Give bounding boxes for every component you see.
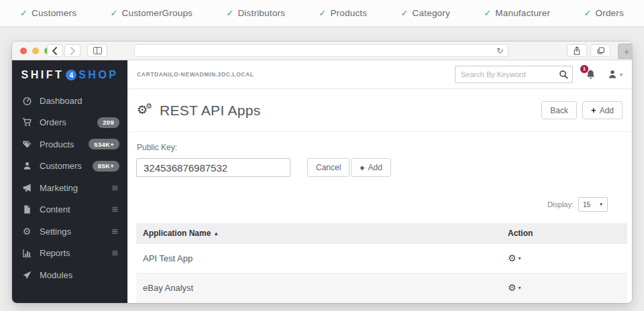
page-title-bar: ⚙⚙ REST API Apps Back +Add [127,89,632,132]
expand-icon[interactable]: ⊞ [112,227,118,236]
sidebar-item-label: Content [40,204,70,214]
check-icon: ✓ [110,8,117,18]
table-header: Application Name ▲ Action [136,223,627,243]
plus-icon: + [624,46,629,57]
search-icon [559,70,568,79]
browser-forward-button[interactable] [64,44,80,57]
chevron-down-icon: ▾ [519,285,521,291]
dashboard-icon [21,95,32,106]
expand-icon[interactable]: ⊞ [112,249,118,257]
browser-back-button[interactable] [47,44,63,57]
close-window-button[interactable] [20,48,27,54]
back-button[interactable]: Back [541,101,577,119]
nav-item-manufacturer[interactable]: ✓Manufacturer [484,8,550,18]
search-input[interactable] [455,70,555,78]
expand-icon[interactable]: ⊞ [112,184,118,192]
search-button[interactable] [555,66,572,82]
display-count-control: Display: 15 ▼ [547,197,608,212]
sidebar-item-content[interactable]: Content ⊞ [12,199,127,221]
sidebar-item-marketing[interactable]: Marketing ⊞ [12,177,127,199]
nav-label: Customers [32,8,76,18]
sidebar-item-settings[interactable]: ⚙ Settings ⊞ [12,221,127,243]
nav-item-products[interactable]: ✓Products [319,8,367,18]
refresh-icon[interactable]: ↻ [496,46,503,56]
check-icon: ✓ [20,8,28,18]
gear-icon: ⚙ [508,283,517,292]
public-key-label: Public Key: [137,143,177,152]
url-bar[interactable]: ↻ [134,44,508,57]
main-area: CARTDANILO-NEWADMIN.3DC.LOCAL 1 ▾ [127,60,632,303]
sidebar-item-label: Settings [40,227,71,237]
admin-header: CARTDANILO-NEWADMIN.3DC.LOCAL 1 ▾ [127,60,632,89]
sidebar-item-dashboard[interactable]: Dashboard [12,90,127,112]
sidebar-item-label: Dashboard [40,96,83,106]
products-count-badge: 534K+ [89,139,119,149]
rocket-icon [21,269,32,280]
cancel-button[interactable]: Cancel [307,158,350,177]
sidebar-item-label: Reports [40,248,70,258]
bar-chart-icon [21,248,32,259]
share-button[interactable] [567,44,587,57]
plus-icon: + [591,105,596,115]
app-name-cell: API Test App [136,253,508,263]
table-row: eBay Analyst ⚙ ▾ [136,273,627,302]
new-tab-button[interactable]: + [618,44,632,59]
cart-icon [21,117,32,128]
tabs-icon [596,46,605,55]
chevron-down-icon: ▾ [620,72,623,78]
apps-table: Application Name ▲ Action API Test App ⚙… [136,223,627,302]
megaphone-icon [21,182,32,193]
chevron-down-icon: ▾ [519,255,521,261]
nav-item-distributors[interactable]: ✓Distributors [226,8,285,18]
sidebar-item-label: Orders [40,117,66,127]
sidebar-item-label: Products [40,139,74,149]
nav-label: Manufacturer [495,8,550,18]
sidebar-item-label: Modules [40,270,72,280]
nav-item-customergroups[interactable]: ✓CustomerGroups [110,8,193,18]
check-icon: ✓ [584,8,591,18]
display-select[interactable]: 15 ▼ [578,197,608,212]
customers-count-badge: 85K+ [93,161,119,172]
select-arrow-icon: ▼ [599,202,603,206]
nav-label: Distributors [237,8,285,18]
sidebar-item-orders[interactable]: Orders 209 [12,112,127,134]
column-action: Action [508,229,627,238]
nav-label: Orders [596,8,624,18]
shift4shop-logo[interactable]: SHIFT 4 SHOP [12,60,127,90]
sidebar-item-reports[interactable]: Reports ⊞ [12,243,127,265]
check-icon: ✓ [226,8,233,18]
sidebar-item-customers[interactable]: Customers 85K+ [12,156,127,178]
check-icon: ✓ [484,8,491,18]
person-icon [21,161,32,172]
nav-item-customers[interactable]: ✓Customers [20,8,76,18]
public-key-add-button[interactable]: +Add [351,158,391,177]
minimize-window-button[interactable] [32,48,39,54]
plus-icon: + [360,163,365,173]
logo-text-shift: SHIFT [21,69,64,81]
chevron-left-icon [52,47,58,55]
rest-api-gears-icon: ⚙⚙ [137,103,154,119]
display-label: Display: [547,200,574,208]
sidebar-item-modules[interactable]: Modules [12,264,127,286]
sidebar-item-products[interactable]: Products 534K+ [12,133,127,156]
table-row: API Test App ⚙ ▾ [136,243,627,273]
nav-label: Category [413,8,450,18]
public-key-input[interactable] [136,158,290,177]
column-application-name[interactable]: Application Name ▲ [136,229,508,238]
notifications-button[interactable]: 1 [585,69,596,80]
add-app-button[interactable]: +Add [582,101,623,119]
nav-label: Products [330,8,367,18]
user-menu-button[interactable]: ▾ [607,69,623,80]
expand-icon[interactable]: ⊞ [112,205,118,214]
show-tabs-button[interactable] [590,44,610,57]
keyword-search [455,66,573,83]
check-icon: ✓ [400,8,408,18]
sidebar-item-label: Customers [40,161,82,171]
nav-item-orders[interactable]: ✓Orders [584,8,624,18]
row-actions-button[interactable]: ⚙ ▾ [508,253,521,263]
nav-item-category[interactable]: ✓Category [400,8,449,18]
sidebar-panes-icon [93,47,102,54]
gear-icon: ⚙ [508,253,517,263]
sidebar-toggle-button[interactable] [87,44,107,57]
row-actions-button[interactable]: ⚙ ▾ [508,283,521,292]
